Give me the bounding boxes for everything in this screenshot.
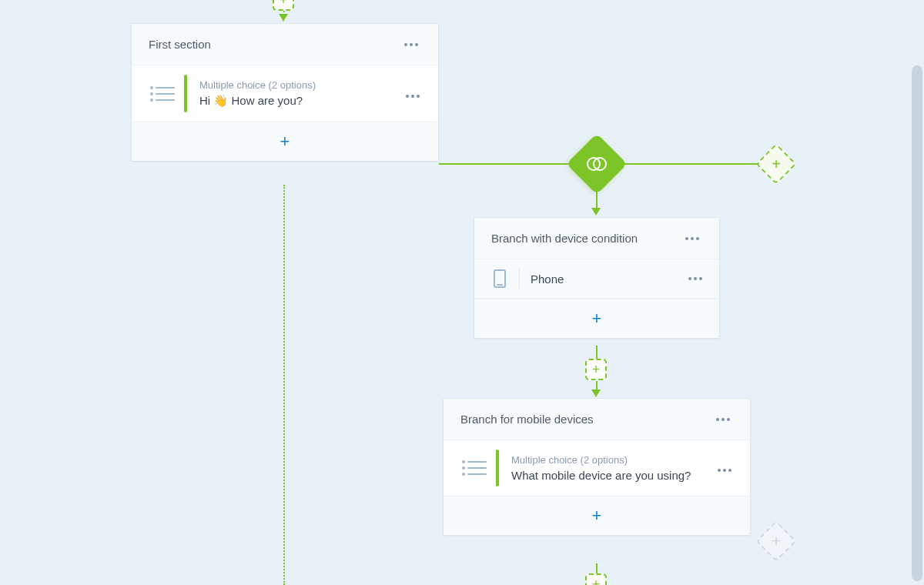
phone-icon: [488, 269, 511, 288]
plus-icon: +: [280, 133, 290, 150]
add-question-button[interactable]: +: [444, 496, 750, 535]
add-condition-button[interactable]: +: [474, 299, 719, 338]
arrow-top: [279, 14, 288, 22]
add-condition-faded[interactable]: +: [755, 520, 797, 562]
card-header: Branch with device condition: [474, 218, 719, 259]
condition-value: Phone: [531, 272, 685, 286]
card-branch-mobile[interactable]: Branch for mobile devices: [443, 398, 751, 536]
question-text-block: Multiple choice (2 options) Hi 👋 How are…: [199, 79, 395, 108]
accent-bar: [184, 75, 187, 112]
card-header: First section: [132, 24, 438, 65]
connector-v3a: [596, 563, 598, 574]
card-title: Branch for mobile devices: [460, 413, 594, 426]
add-step-top[interactable]: +: [273, 0, 294, 11]
divider: [519, 269, 520, 289]
svg-point-12: [463, 467, 464, 469]
question-type-label: Multiple choice (2 options): [511, 454, 707, 466]
question-type-label: Multiple choice (2 options): [199, 79, 395, 91]
wave-emoji: 👋: [213, 94, 228, 107]
more-icon[interactable]: [682, 234, 702, 243]
more-icon[interactable]: [713, 415, 733, 424]
more-icon[interactable]: [715, 466, 735, 475]
flow-canvas[interactable]: + + + + + First section: [0, 0, 924, 585]
card-first-section[interactable]: First section: [131, 23, 439, 162]
question-text: Hi 👋 How are you?: [199, 94, 395, 108]
card-header: Branch for mobile devices: [444, 399, 750, 440]
plus-icon: +: [592, 507, 602, 524]
svg-point-6: [151, 99, 152, 101]
card-title: First section: [149, 38, 211, 51]
connector-v1: [596, 186, 598, 209]
arrow-v1: [591, 208, 601, 216]
connector-v2a: [596, 346, 598, 359]
plus-icon: +: [592, 310, 602, 327]
condition-row[interactable]: Phone: [474, 259, 719, 299]
connector-left-dotted: [283, 185, 285, 585]
list-icon: [147, 85, 178, 103]
accent-bar: [496, 450, 499, 486]
card-body[interactable]: Multiple choice (2 options) What mobile …: [444, 440, 750, 496]
scrollbar[interactable]: [912, 65, 922, 581]
add-step-mid[interactable]: +: [585, 359, 607, 380]
more-icon[interactable]: [401, 40, 421, 49]
more-icon[interactable]: [403, 92, 423, 101]
list-icon: [459, 459, 490, 477]
svg-point-10: [463, 461, 464, 463]
svg-point-2: [151, 87, 152, 89]
card-body[interactable]: Multiple choice (2 options) Hi 👋 How are…: [132, 65, 438, 122]
add-condition-right[interactable]: +: [755, 143, 797, 185]
question-text-block: Multiple choice (2 options) What mobile …: [511, 454, 707, 482]
question-text: What mobile device are you using?: [511, 469, 707, 482]
condition-diamond-icon: [575, 142, 618, 186]
svg-point-14: [463, 473, 464, 475]
add-step-bottom[interactable]: +: [585, 573, 607, 585]
card-branch-device[interactable]: Branch with device condition Phone +: [474, 217, 720, 339]
arrow-v2: [591, 389, 601, 397]
card-title: Branch with device condition: [491, 232, 638, 245]
add-question-button[interactable]: +: [132, 122, 438, 161]
more-icon[interactable]: [685, 274, 705, 283]
svg-point-4: [151, 93, 152, 95]
